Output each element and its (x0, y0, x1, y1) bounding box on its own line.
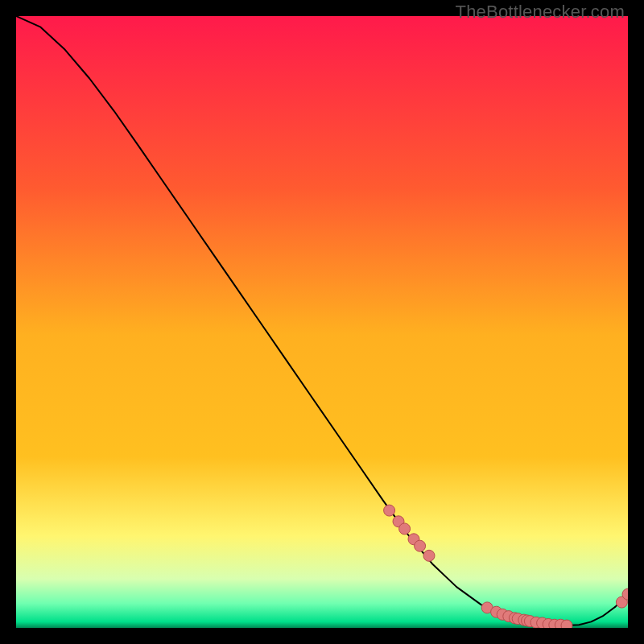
chart-svg (16, 16, 628, 628)
data-marker (399, 523, 411, 535)
chart-stage: TheBottlenecker.com (0, 0, 644, 644)
data-marker (423, 550, 435, 561)
data-marker (415, 540, 426, 551)
data-marker (561, 620, 572, 628)
data-marker (384, 505, 395, 516)
gradient-background (16, 16, 628, 628)
